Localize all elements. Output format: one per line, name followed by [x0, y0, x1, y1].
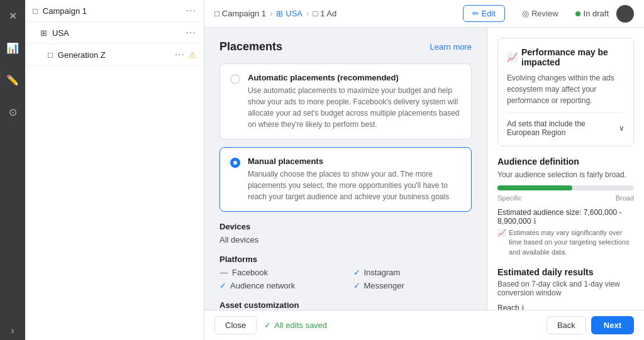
platform-audience-network: ✓ Audience network: [219, 281, 338, 290]
sidebar-item-usa[interactable]: ⊞ USA ···: [25, 22, 204, 44]
breadcrumb: □ Campaign 1 › ⊞ USA › □ 1 Ad: [214, 9, 336, 18]
automatic-placement-option[interactable]: Automatic placements (recommended) Use a…: [219, 63, 472, 140]
sidebar-adset-label: USA: [52, 28, 186, 38]
messenger-label: Messenger: [364, 281, 404, 290]
status-dot: [575, 11, 580, 16]
adset-grid-icon: ⊞: [40, 28, 47, 38]
devices-section: Devices All devices: [219, 222, 472, 244]
facebook-label: Facebook: [232, 268, 268, 277]
circle-icon[interactable]: ⊙: [5, 102, 21, 122]
avatar[interactable]: [616, 5, 634, 23]
note-icon: 📈: [497, 228, 506, 257]
pencil-icon[interactable]: ✏️: [3, 70, 23, 90]
generation-options-icon[interactable]: ···: [175, 49, 185, 60]
main-content: □ Campaign 1 › ⊞ USA › □ 1 Ad ✏ Edit ◎ R…: [204, 0, 644, 340]
audience-check-icon: ✓: [219, 281, 226, 290]
chart-icon[interactable]: 📊: [3, 38, 23, 58]
edit-button[interactable]: ✏ Edit: [463, 5, 505, 22]
bottom-bar-left: Close ✓ All edits saved: [214, 316, 327, 334]
manual-option-desc: Manually choose the places to show your …: [248, 168, 461, 202]
audience-size: Estimated audience size: 7,600,000 - 8,9…: [497, 208, 634, 226]
breadcrumb-adset[interactable]: ⊞ USA: [276, 9, 303, 18]
audience-desc: Your audience selection is fairly broad.: [497, 170, 634, 179]
review-button[interactable]: ◎ Review: [513, 5, 568, 22]
performance-card: 📈 Performance may be impacted Evolving c…: [497, 38, 634, 146]
breadcrumb-ad-icon: □: [313, 9, 318, 18]
platforms-title: Platforms: [219, 255, 472, 264]
breadcrumb-ad-label: 1 Ad: [320, 9, 336, 18]
nav-expand-icon[interactable]: ›: [7, 321, 18, 340]
sidebar-generation-label: Generation Z: [58, 50, 175, 60]
instagram-check-icon: ✓: [353, 268, 360, 277]
edit-icon: ✏: [472, 9, 479, 18]
audience-title: Audience definition: [497, 156, 634, 167]
audience-network-label: Audience network: [230, 281, 295, 290]
generation-icon: □: [48, 50, 53, 60]
placements-title: Placements: [219, 40, 282, 53]
manual-option-title: Manual placements: [248, 156, 461, 166]
asset-title: Asset customization: [219, 300, 472, 310]
manual-option-content: Manual placements Manually choose the pl…: [248, 156, 461, 202]
right-panel: 📈 Performance may be impacted Evolving c…: [487, 28, 644, 310]
devices-title: Devices: [219, 222, 472, 231]
automatic-radio[interactable]: [230, 74, 240, 84]
breadcrumb-adset-icon: ⊞: [276, 9, 283, 18]
saved-label: All edits saved: [274, 321, 327, 330]
audience-section: Audience definition Your audience select…: [497, 156, 634, 257]
platforms-section: Platforms — Facebook ✓ Instagram ✓ Audie…: [219, 255, 472, 290]
breadcrumb-campaign: □ Campaign 1: [214, 9, 266, 18]
breadcrumb-sep-1: ›: [270, 9, 272, 18]
specific-label: Specific: [497, 194, 522, 202]
manual-radio[interactable]: [230, 158, 240, 168]
reach-info-icon: ℹ: [521, 304, 525, 310]
sidebar-campaign-label: Campaign 1: [43, 6, 186, 16]
check-saved-icon: ✓: [264, 321, 271, 330]
content-area: Placements Learn more Automatic placemen…: [204, 28, 644, 310]
close-button[interactable]: Close: [214, 316, 257, 334]
generation-warning-icon: ⚠: [189, 50, 196, 60]
estimated-title: Estimated daily results: [497, 267, 634, 277]
audience-bar-fill: [497, 185, 572, 190]
next-button[interactable]: Next: [591, 316, 634, 334]
top-bar: □ Campaign 1 › ⊞ USA › □ 1 Ad ✏ Edit ◎ R…: [204, 0, 644, 28]
info-icon: ℹ: [533, 217, 536, 226]
bottom-bar-right: Back Next: [547, 316, 634, 334]
center-panel: Placements Learn more Automatic placemen…: [204, 28, 487, 310]
breadcrumb-campaign-icon: □: [214, 9, 219, 18]
performance-title: 📈 Performance may be impacted: [507, 47, 625, 67]
platform-instagram: ✓ Instagram: [353, 268, 472, 277]
adset-options-icon[interactable]: ···: [186, 27, 196, 38]
chevron-down-icon: ∨: [619, 124, 625, 133]
sidebar-item-generation[interactable]: □ Generation Z ··· ⚠: [25, 44, 204, 66]
trend-icon: 📈: [507, 52, 518, 62]
performance-link[interactable]: Ad sets that include the European Region…: [507, 112, 625, 137]
top-bar-actions: ✏ Edit ◎ Review In draft: [463, 5, 635, 23]
campaign-icon: □: [33, 6, 38, 16]
estimated-desc: Based on 7-day click and 1-day view conv…: [497, 280, 634, 297]
campaign-options-icon[interactable]: ···: [186, 5, 196, 16]
status-badge: In draft: [575, 9, 609, 18]
learn-more-link[interactable]: Learn more: [430, 42, 472, 52]
asset-customization-section: Asset customization Select all placement…: [219, 300, 472, 310]
breadcrumb-adset-label: USA: [286, 9, 303, 18]
sidebar-item-campaign[interactable]: □ Campaign 1 ···: [25, 0, 204, 22]
manual-placement-option[interactable]: Manual placements Manually choose the pl…: [219, 147, 472, 212]
breadcrumb-campaign-label: Campaign 1: [222, 9, 266, 18]
breadcrumb-sep-2: ›: [306, 9, 309, 18]
messenger-check-icon: ✓: [353, 281, 360, 290]
platform-messenger: ✓ Messenger: [353, 281, 472, 290]
automatic-option-desc: Use automatic placements to maximize you…: [248, 85, 461, 130]
audience-note: 📈 Estimates may vary significantly over …: [497, 228, 634, 257]
estimated-results-section: Estimated daily results Based on 7-day c…: [497, 267, 634, 310]
automatic-option-title: Automatic placements (recommended): [248, 73, 461, 82]
back-button[interactable]: Back: [547, 316, 586, 334]
broad-label: Broad: [616, 194, 634, 202]
sidebar: □ Campaign 1 ··· ⊞ USA ··· □ Generation …: [25, 0, 204, 340]
audience-bar-container: [497, 185, 634, 190]
instagram-label: Instagram: [364, 268, 401, 277]
platforms-grid: — Facebook ✓ Instagram ✓ Audience networ…: [219, 268, 472, 290]
left-nav: ✕ 📊 ✏️ ⊙ ›: [0, 0, 25, 340]
saved-status: ✓ All edits saved: [264, 321, 327, 330]
close-nav-icon[interactable]: ✕: [5, 6, 21, 26]
audience-labels: Specific Broad: [497, 194, 634, 202]
